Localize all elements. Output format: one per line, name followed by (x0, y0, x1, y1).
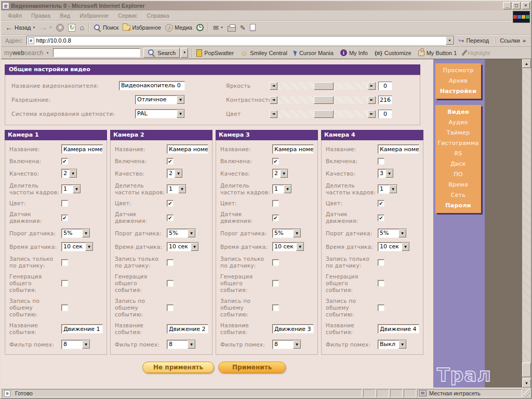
camera-event-name-input[interactable]: Движение 1 (61, 324, 103, 334)
camera-quality-select[interactable]: 2 ▼ (167, 169, 183, 178)
camera-color-checkbox[interactable]: ✔ (167, 200, 174, 207)
slider-left-arrow[interactable]: ◄ (270, 96, 277, 104)
favorites-button[interactable]: Избранное (121, 23, 163, 32)
slider-right-arrow[interactable]: ► (368, 82, 376, 90)
camera-color-checkbox[interactable] (61, 200, 68, 207)
sidebar-item-архив[interactable]: Архив (435, 76, 481, 86)
camera-generate-common-event-checkbox[interactable] (272, 280, 279, 287)
restore-button[interactable]: □ (512, 2, 521, 9)
mail-button[interactable]: ✉ ▼ (211, 23, 225, 32)
camera-record-on-common-event-checkbox[interactable] (61, 304, 68, 311)
camera-event-name-input[interactable]: Движение 3 (272, 324, 314, 334)
search-button[interactable]: Поиск (91, 23, 121, 33)
camera-event-name-input[interactable]: Движение 2 (167, 324, 208, 334)
camera-name-input[interactable]: Камера номер 1 (61, 144, 103, 154)
camera-framerate-divider-select[interactable]: 1 ▼ (378, 184, 397, 194)
slider-value-input[interactable]: 0 (378, 82, 392, 90)
slider-value-input[interactable]: 216 (378, 96, 392, 104)
camera-noise-filter-select[interactable]: 8 ▼ (61, 340, 90, 349)
camera-noise-filter-select[interactable]: Выкл ▼ (378, 340, 407, 349)
camera-motion-sensor-checkbox[interactable]: ✔ (167, 215, 174, 221)
resolution-select[interactable]: Отличное ▼ (135, 95, 185, 104)
camera-motion-sensor-checkbox[interactable]: ✔ (378, 215, 384, 221)
sidebar-item-по[interactable]: ПО (435, 169, 481, 180)
camera-framerate-divider-select[interactable]: 1 ▼ (61, 184, 81, 194)
chevron-down-icon[interactable]: ▼ (46, 51, 49, 55)
menu-item-tools[interactable]: Сервис (113, 11, 142, 20)
refresh-button[interactable]: ↻ (66, 23, 77, 33)
address-input[interactable]: e http://10.0.0.8 ▼ (26, 36, 455, 45)
slider-thumb[interactable] (314, 96, 334, 104)
camera-generate-common-event-checkbox[interactable] (167, 280, 174, 287)
camera-motion-sensor-checkbox[interactable]: ✔ (61, 215, 68, 221)
stop-button[interactable]: ✕ (54, 23, 66, 33)
camera-enabled-checkbox[interactable]: ✔ (61, 158, 68, 165)
camera-sensor-threshold-select[interactable]: 5% ▼ (378, 229, 407, 238)
slider-track[interactable] (277, 82, 368, 90)
sidebar-item-гистограмма[interactable]: Гистограмма (435, 138, 481, 149)
print-button[interactable] (225, 23, 238, 33)
mws-item-my-info[interactable]: iMy Info (340, 49, 368, 56)
slider-track[interactable] (277, 96, 368, 104)
recorder-name-input[interactable]: Видеонакопитель 0 (119, 81, 185, 90)
camera-record-on-common-event-checkbox[interactable] (378, 304, 384, 311)
sidebar-item-сеть[interactable]: Сеть (435, 190, 481, 201)
edit-button[interactable]: ✎ (238, 23, 248, 32)
camera-record-on-sensor-checkbox[interactable] (167, 259, 174, 266)
camera-record-on-common-event-checkbox[interactable] (167, 304, 174, 311)
mywebsearch-search-button[interactable]: Search (143, 48, 180, 58)
camera-enabled-checkbox[interactable]: ✔ (272, 158, 279, 165)
scrollbar-track[interactable] (522, 68, 531, 379)
discuss-button[interactable] (248, 23, 258, 32)
back-button[interactable]: ← Назад ▼ (3, 23, 37, 32)
camera-sensor-time-select[interactable]: 10 сек ▼ (167, 242, 199, 251)
slider-control[interactable]: ◄ ► (270, 82, 376, 90)
camera-name-input[interactable]: Камера номер 2 (167, 144, 208, 154)
camera-sensor-time-select[interactable]: 10 сек ▼ (378, 242, 410, 251)
camera-record-on-common-event-checkbox[interactable] (272, 304, 279, 311)
scrollbar-thumb[interactable] (522, 363, 531, 377)
menu-item-file[interactable]: Файл (3, 11, 26, 20)
links-bar[interactable]: Ссылки » (495, 37, 529, 44)
camera-enabled-checkbox[interactable] (378, 158, 384, 165)
apply-button[interactable]: Применить (218, 362, 286, 373)
camera-framerate-divider-select[interactable]: 1 ▼ (272, 184, 292, 194)
mws-item-customize[interactable]: {¤}Customize (375, 50, 411, 56)
search-dropdown-button[interactable]: ▼ (181, 48, 188, 58)
sidebar-item-rs[interactable]: RS (435, 149, 481, 159)
camera-event-name-input[interactable]: Движение 4 (378, 324, 419, 334)
camera-motion-sensor-checkbox[interactable]: ✔ (272, 215, 279, 221)
sidebar-item-время[interactable]: Время (435, 180, 481, 190)
slider-control[interactable]: ◄ ► (270, 96, 376, 104)
camera-generate-common-event-checkbox[interactable] (378, 280, 384, 287)
camera-quality-select[interactable]: 2 ▼ (272, 169, 288, 178)
slider-track[interactable] (277, 110, 368, 118)
resize-grip[interactable] (523, 389, 530, 397)
history-button[interactable] (194, 23, 206, 32)
camera-record-on-sensor-checkbox[interactable] (61, 259, 68, 266)
menu-item-help[interactable]: Справка (142, 11, 174, 20)
camera-quality-select[interactable]: 3 ▼ (378, 169, 394, 178)
camera-quality-select[interactable]: 2 ▼ (61, 169, 77, 178)
sidebar-item-диск[interactable]: Диск (435, 159, 481, 169)
scroll-down-button[interactable]: ▼ (522, 379, 531, 388)
camera-enabled-checkbox[interactable]: ✔ (167, 158, 174, 165)
media-button[interactable]: Медиа (163, 23, 194, 33)
camera-color-checkbox[interactable] (272, 200, 279, 207)
slider-right-arrow[interactable]: ► (368, 110, 376, 118)
address-dropdown-button[interactable]: ▼ (446, 36, 454, 45)
camera-name-input[interactable]: Камера номер 4 (378, 144, 419, 154)
camera-sensor-time-select[interactable]: 10 сек ▼ (272, 242, 304, 251)
sidebar-item-аудио[interactable]: Аудио (435, 117, 481, 128)
mws-item-cursor-mania[interactable]: Cursor Mania (294, 50, 334, 56)
camera-sensor-threshold-select[interactable]: 5% ▼ (167, 229, 196, 238)
menu-item-favorites[interactable]: Избранное (75, 11, 113, 20)
sidebar-item-просмотр[interactable]: Просмотр (435, 65, 481, 76)
menu-item-edit[interactable]: Правка (26, 11, 55, 20)
camera-sensor-threshold-select[interactable]: 5% ▼ (61, 229, 90, 238)
minimize-button[interactable]: _ (503, 2, 511, 9)
mws-item-highlight[interactable]: Highlight (463, 49, 490, 56)
slider-left-arrow[interactable]: ◄ (270, 110, 277, 118)
slider-control[interactable]: ◄ ► (270, 110, 376, 118)
camera-record-on-sensor-checkbox[interactable] (272, 259, 279, 266)
